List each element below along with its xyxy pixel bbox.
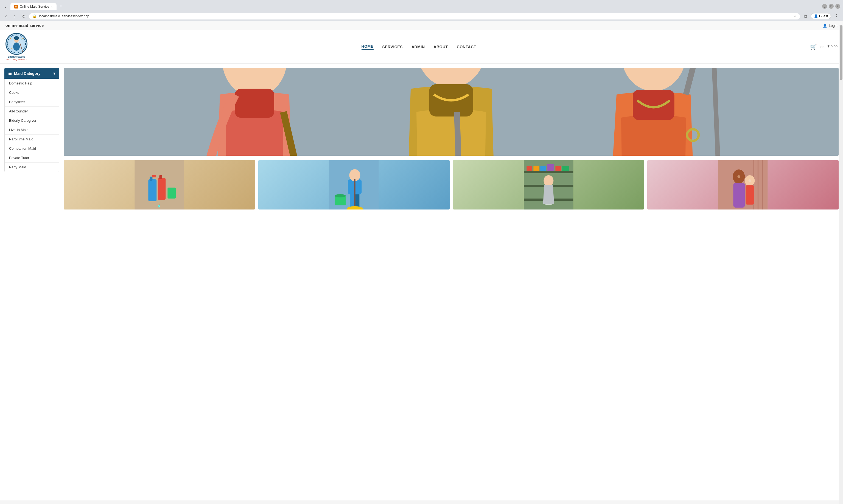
svg-rect-54 [527, 166, 532, 171]
sidebar-item-party-maid[interactable]: Party Maid [5, 163, 59, 172]
sidebar-title: Maid Category [14, 71, 40, 76]
gallery-item-mopping [258, 160, 450, 210]
cart-icon: 🛒 [810, 43, 817, 50]
nav-area: ‹ › ↻ 🔒 localhost/maid_services/index.ph… [3, 12, 840, 21]
cart-area[interactable]: 🛒 item: ₹ 0.00 [810, 43, 838, 50]
svg-rect-58 [555, 166, 561, 171]
svg-point-60 [544, 175, 553, 186]
logo-tagline: Maid hiring website ) [6, 58, 27, 60]
scrollbar-track[interactable] [839, 25, 843, 501]
gallery-item-cleaning: 🧴 [64, 160, 255, 210]
svg-rect-68 [734, 183, 745, 208]
svg-rect-35 [152, 175, 156, 177]
active-tab[interactable]: M Online Maid Service × [11, 3, 56, 10]
svg-line-7 [20, 42, 23, 52]
svg-rect-42 [355, 193, 359, 208]
svg-rect-38 [168, 187, 176, 199]
minimize-btn[interactable]: _ [822, 4, 827, 9]
svg-rect-37 [159, 175, 162, 179]
svg-text:✦: ✦ [9, 46, 11, 48]
back-btn[interactable]: ‹ [3, 13, 9, 19]
svg-text:★: ★ [22, 37, 24, 40]
svg-rect-55 [533, 166, 539, 171]
profile-btn[interactable]: 👤 Guest [811, 13, 831, 19]
hamburger-icon: ☰ [8, 71, 12, 76]
profile-icon: 👤 [814, 14, 818, 18]
svg-text:⌇: ⌇ [22, 51, 22, 53]
url-display: localhost/maid_services/index.php [39, 14, 791, 18]
profile-label: Guest [819, 14, 828, 18]
sidebar-item-elderly-caregiver[interactable]: Elderly Caregiver [5, 116, 59, 125]
svg-text:★: ★ [11, 48, 12, 50]
main-header: ★ ★ ✦ ⌇ ★ ✦ [0, 30, 843, 64]
sidebar-header-label: ☰ Maid Category [8, 71, 40, 76]
svg-rect-28 [633, 90, 674, 120]
tab-bar: M Online Maid Service × + [11, 2, 65, 10]
sidebar-item-private-tutor[interactable]: Private Tutor [5, 153, 59, 163]
sidebar-item-part-time-maid[interactable]: Part-Time Maid [5, 134, 59, 144]
dropdown-icon: ▾ [53, 71, 55, 76]
svg-text:★: ★ [10, 37, 12, 40]
svg-rect-51 [524, 171, 573, 173]
svg-rect-59 [562, 166, 569, 171]
gallery-item-companion [647, 160, 839, 210]
svg-point-71 [738, 175, 740, 178]
gallery: 🧴 [64, 160, 839, 210]
svg-point-48 [334, 194, 346, 197]
tab-favicon: M [14, 5, 18, 8]
svg-point-6 [13, 42, 20, 51]
logo-area: ★ ★ ✦ ⌇ ★ ✦ [5, 33, 28, 60]
site-title: online maid service [5, 23, 44, 28]
nav-home[interactable]: HOME [362, 44, 374, 50]
svg-rect-57 [547, 164, 554, 171]
sidebar-menu: Domestic Help Cooks Babysitter All-Round… [4, 79, 59, 172]
address-bar[interactable]: 🔒 localhost/maid_services/index.php ☆ [29, 13, 800, 19]
tab-dropdown-btn[interactable]: ⌄ [3, 4, 8, 8]
svg-rect-36 [158, 178, 166, 200]
nav-services[interactable]: SERVICES [382, 45, 403, 49]
logo-image: ★ ★ ✦ ⌇ ★ ✦ [5, 33, 28, 55]
svg-text:✦: ✦ [21, 39, 22, 40]
sidebar-item-babysitter[interactable]: Babysitter [5, 97, 59, 107]
nav-about[interactable]: ABOUT [434, 45, 448, 49]
svg-point-72 [749, 179, 751, 182]
login-icon: 👤 [823, 23, 827, 28]
forward-btn[interactable]: › [12, 13, 18, 19]
sidebar: ☰ Maid Category ▾ Domestic Help Cooks Ba… [4, 68, 59, 210]
bookmark-icon[interactable]: ☆ [794, 14, 797, 18]
tab-close-btn[interactable]: × [51, 5, 53, 8]
cart-label: item: ₹ 0.00 [819, 45, 838, 49]
sidebar-item-cooks[interactable]: Cooks [5, 88, 59, 97]
svg-rect-33 [148, 179, 156, 201]
browser-window: ⌄ M Online Maid Service × + _ □ × ‹ › ↻ [0, 0, 843, 501]
main-content: 🧴 [64, 68, 839, 210]
browser-chrome: ⌄ M Online Maid Service × + _ □ × ‹ › ↻ [0, 0, 843, 21]
svg-point-5 [14, 36, 19, 40]
sidebar-item-domestic-help[interactable]: Domestic Help [5, 79, 59, 88]
window-controls: ⌄ [3, 4, 8, 8]
login-label: Login [829, 23, 838, 28]
nav-admin[interactable]: ADMIN [412, 45, 425, 49]
sidebar-item-companion-maid[interactable]: Companion Maid [5, 144, 59, 153]
sidebar-item-all-rounder[interactable]: All-Rounder [5, 107, 59, 116]
extensions-btn[interactable]: ⧉ [802, 13, 809, 19]
browser-menu-btn[interactable]: ⋮ [833, 13, 840, 19]
sidebar-header[interactable]: ☰ Maid Category ▾ [4, 68, 59, 79]
scrollbar-thumb[interactable] [840, 25, 842, 80]
logo-name: Sparkle Sweep [8, 55, 25, 58]
top-bar: online maid service 👤 Login [0, 21, 843, 30]
maximize-btn[interactable]: □ [829, 4, 834, 9]
sidebar-item-live-in-maid[interactable]: Live-In Maid [5, 125, 59, 134]
svg-rect-15 [235, 89, 274, 118]
nav-contact[interactable]: CONTACT [457, 45, 476, 49]
content-area: ☰ Maid Category ▾ Domestic Help Cooks Ba… [0, 64, 843, 214]
gallery-item-store [453, 160, 644, 210]
refresh-btn[interactable]: ↻ [20, 13, 27, 19]
close-btn[interactable]: × [835, 4, 840, 9]
login-btn[interactable]: 👤 Login [823, 23, 838, 28]
svg-rect-56 [540, 166, 546, 171]
new-tab-btn[interactable]: + [57, 2, 65, 10]
main-nav: HOME SERVICES ADMIN ABOUT CONTACT [38, 44, 799, 50]
svg-rect-41 [350, 193, 354, 208]
hero-image [64, 68, 839, 156]
